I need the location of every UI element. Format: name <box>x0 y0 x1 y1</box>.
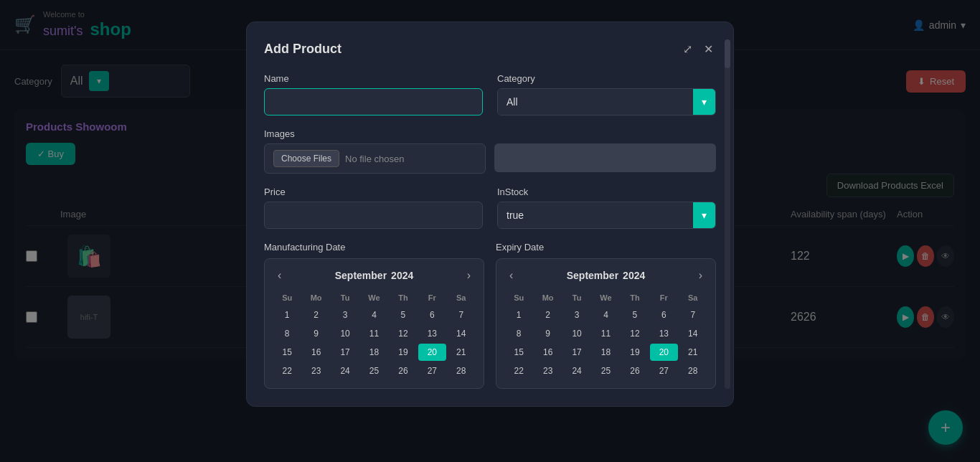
cal-day[interactable]: 20 <box>650 344 677 361</box>
cal-day[interactable]: 19 <box>390 344 417 361</box>
cal-day[interactable]: 22 <box>505 362 532 380</box>
cal-day[interactable]: 21 <box>448 344 475 361</box>
instock-group: InStock true ▾ <box>497 187 716 229</box>
price-input[interactable] <box>264 202 483 229</box>
calendars-row: Manufacturing Date ‹ September 2024 › Su… <box>264 242 716 389</box>
file-input-area: Choose Files No file chosen <box>264 143 486 174</box>
cal-day[interactable]: 10 <box>331 325 359 342</box>
cal-day[interactable]: 4 <box>360 306 387 324</box>
cal-day[interactable]: 16 <box>534 344 561 361</box>
cal-day[interactable]: 17 <box>563 344 590 361</box>
name-category-row: Name Category All ▾ <box>264 73 716 116</box>
cal-day[interactable]: 15 <box>505 344 532 361</box>
cal-day[interactable]: 2 <box>534 306 561 324</box>
exp-cal-header: ‹ September 2024 › <box>505 268 707 283</box>
cal-day[interactable]: 5 <box>390 306 417 324</box>
cal-day[interactable]: 6 <box>650 306 677 324</box>
day-th: Th <box>390 291 417 305</box>
category-group: Category All ▾ <box>497 73 716 116</box>
cal-day[interactable]: 6 <box>418 306 446 324</box>
cal-day[interactable]: 18 <box>360 344 387 361</box>
images-row: Choose Files No file chosen <box>264 143 716 174</box>
price-instock-row: Price InStock true ▾ <box>264 187 716 229</box>
cal-day[interactable]: 16 <box>302 344 329 361</box>
cal-day[interactable]: 14 <box>679 325 707 342</box>
exp-cal-next[interactable]: › <box>694 268 707 283</box>
cal-day[interactable]: 28 <box>679 362 707 380</box>
category-label: Category <box>497 73 716 84</box>
cal-day[interactable]: 9 <box>534 325 561 342</box>
cal-day[interactable]: 8 <box>505 325 532 342</box>
cal-day[interactable]: 26 <box>621 362 649 380</box>
cal-day[interactable]: 2 <box>302 306 329 324</box>
cal-day[interactable]: 7 <box>448 306 475 324</box>
modal-title: Add Product <box>264 42 341 57</box>
day-fr: Fr <box>650 291 677 305</box>
cal-day[interactable]: 5 <box>621 306 649 324</box>
mfg-date-label: Manufacturing Date <box>264 242 484 253</box>
cal-day[interactable]: 27 <box>418 362 446 380</box>
cal-day[interactable]: 21 <box>679 344 707 361</box>
cal-day[interactable]: 4 <box>592 306 619 324</box>
mfg-cal-grid: Su Mo Tu We Th Fr Sa 1 2 3 4 5 6 7 <box>273 291 475 380</box>
close-modal-button[interactable]: ✕ <box>701 39 716 59</box>
cal-day[interactable]: 9 <box>302 325 329 342</box>
instock-select-wrapper: true ▾ <box>497 202 716 229</box>
modal-header-actions: ⤢ ✕ <box>680 39 716 59</box>
exp-date-label: Expiry Date <box>496 242 716 253</box>
cal-day[interactable]: 27 <box>650 362 677 380</box>
mfg-cal-prev[interactable]: ‹ <box>273 268 286 283</box>
cal-day[interactable]: 23 <box>302 362 329 380</box>
cal-day[interactable]: 12 <box>390 325 417 342</box>
cal-day[interactable]: 13 <box>650 325 677 342</box>
name-input[interactable] <box>264 88 483 116</box>
cal-day[interactable]: 17 <box>331 344 359 361</box>
cal-day[interactable]: 24 <box>331 362 359 380</box>
instock-dropdown-button[interactable]: ▾ <box>693 202 715 228</box>
cal-day[interactable]: 8 <box>273 325 301 342</box>
exp-cal-year: 2024 <box>623 270 645 281</box>
cal-day[interactable]: 25 <box>360 362 387 380</box>
cal-day[interactable]: 20 <box>418 344 446 361</box>
exp-calendar: ‹ September 2024 › Su Mo Tu We Th Fr <box>496 258 716 389</box>
expand-modal-button[interactable]: ⤢ <box>680 39 695 59</box>
cal-day[interactable]: 10 <box>563 325 590 342</box>
day-tu: Tu <box>563 291 590 305</box>
mfg-cal-header: ‹ September 2024 › <box>273 268 475 283</box>
choose-files-button[interactable]: Choose Files <box>273 150 339 167</box>
no-file-text: No file chosen <box>345 154 404 164</box>
cal-day[interactable]: 11 <box>592 325 619 342</box>
cal-day[interactable]: 19 <box>621 344 649 361</box>
cal-day[interactable]: 13 <box>418 325 446 342</box>
exp-cal-prev[interactable]: ‹ <box>505 268 517 283</box>
cal-day[interactable]: 3 <box>331 306 359 324</box>
name-group: Name <box>264 73 483 116</box>
day-we: We <box>360 291 387 305</box>
cal-day[interactable]: 18 <box>592 344 619 361</box>
cal-day[interactable]: 3 <box>563 306 590 324</box>
cal-day[interactable]: 25 <box>592 362 619 380</box>
cal-day[interactable]: 7 <box>679 306 707 324</box>
category-value: All <box>498 89 693 115</box>
mfg-cal-next[interactable]: › <box>463 268 475 283</box>
cal-day[interactable]: 11 <box>360 325 387 342</box>
scrollbar-thumb[interactable] <box>725 39 730 68</box>
cal-day[interactable]: 15 <box>273 344 301 361</box>
cal-day[interactable]: 23 <box>534 362 561 380</box>
category-dropdown-button[interactable]: ▾ <box>693 89 715 115</box>
cal-day[interactable]: 1 <box>273 306 301 324</box>
cal-day[interactable]: 14 <box>448 325 475 342</box>
cal-day[interactable]: 22 <box>273 362 301 380</box>
cal-day[interactable]: 26 <box>390 362 417 380</box>
cal-day[interactable]: 28 <box>448 362 475 380</box>
cal-day[interactable]: 24 <box>563 362 590 380</box>
day-tu: Tu <box>331 291 359 305</box>
images-group: Images Choose Files No file chosen <box>264 128 716 174</box>
price-group: Price <box>264 187 483 229</box>
cal-day[interactable]: 1 <box>505 306 532 324</box>
day-th: Th <box>621 291 649 305</box>
cal-day[interactable]: 12 <box>621 325 649 342</box>
images-label: Images <box>264 128 716 139</box>
day-su: Su <box>273 291 301 305</box>
scrollbar-track[interactable] <box>725 39 730 389</box>
